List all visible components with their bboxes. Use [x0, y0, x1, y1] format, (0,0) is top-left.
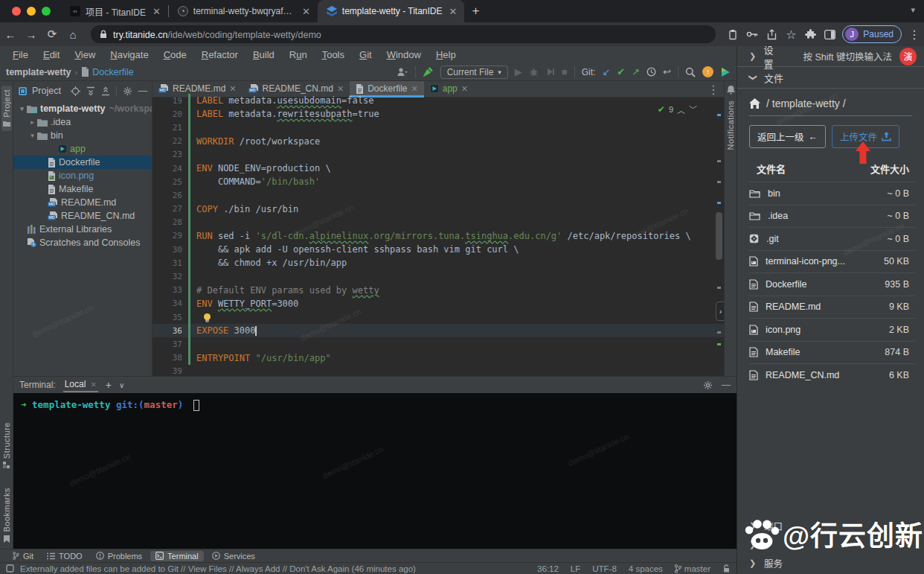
code-line-27[interactable]: 27COPY ./bin /usr/bin: [153, 203, 724, 216]
user-icon[interactable]: [397, 67, 408, 77]
panel-section-hidden-1[interactable]: ❯: [737, 535, 924, 554]
tree-item-readme-cn-md[interactable]: MDREADME_CN.md: [13, 209, 152, 223]
file-row-readme-cn-md[interactable]: README_CN.md6 KB: [749, 363, 915, 386]
file-name[interactable]: .git: [766, 234, 779, 244]
files-section-row[interactable]: ❯ 文件: [737, 67, 924, 88]
close-window-button[interactable]: [12, 7, 21, 16]
panel-expander-chevron[interactable]: ›: [716, 302, 724, 321]
close-tab-icon[interactable]: ✕: [461, 84, 468, 94]
terminal-tab-local[interactable]: Local✕: [63, 377, 98, 392]
collapse-all-icon[interactable]: [101, 86, 110, 96]
intention-bulb-icon[interactable]: [204, 313, 211, 320]
locate-file-icon[interactable]: [71, 86, 80, 96]
menu-edit[interactable]: Edit: [36, 48, 66, 62]
forward-button[interactable]: →: [21, 28, 42, 41]
clipboard-icon[interactable]: [723, 29, 742, 40]
code-line-33[interactable]: 33# Default ENV params used by wetty: [153, 284, 724, 297]
toolwindow-terminal[interactable]: Terminal: [150, 551, 204, 561]
menu-view[interactable]: View: [68, 48, 102, 62]
browser-tab[interactable]: ◔terminal-wetty-bwqryafz - Tita✕: [169, 0, 318, 22]
tree-item-bin[interactable]: ▾bin: [13, 129, 152, 142]
home-button[interactable]: ⌂: [62, 28, 83, 41]
status-message[interactable]: Externally added files can be added to G…: [20, 564, 416, 573]
settings-label[interactable]: 设置: [764, 46, 783, 71]
code-line-31[interactable]: 31 && chmod +x /usr/bin/app: [153, 256, 724, 270]
rollback-icon[interactable]: ↩: [663, 67, 671, 77]
code-line-24[interactable]: 24ENV NODE_ENV=production \: [153, 162, 724, 175]
address-bar[interactable]: try.titanide.cn/ide/web/coding/template-…: [91, 25, 716, 43]
tab-close-icon[interactable]: ✕: [449, 6, 458, 17]
bell-icon[interactable]: [727, 86, 735, 95]
menu-refactor[interactable]: Refactor: [195, 48, 245, 62]
inspections-widget[interactable]: ✔ 9 ︿ ﹀: [658, 103, 697, 115]
files-breadcrumb[interactable]: / template-wetty /: [737, 89, 924, 115]
file-name[interactable]: Dockerfile: [766, 279, 807, 290]
code-line-26[interactable]: 26: [153, 188, 724, 202]
files-chevron-icon[interactable]: ❯: [748, 74, 758, 81]
code-line-37[interactable]: 37: [153, 337, 724, 351]
file-name[interactable]: icon.png: [766, 325, 801, 335]
notifications-stripe[interactable]: Notifications: [724, 81, 737, 376]
tree-chevron-icon[interactable]: ▸: [28, 118, 36, 126]
close-tab-icon[interactable]: ✕: [229, 84, 236, 94]
file-row-icon-png[interactable]: icon.png2 KB: [749, 318, 915, 341]
indent-style[interactable]: 4 spaces: [629, 564, 663, 573]
browser-menu-kebab-icon[interactable]: ⋮: [905, 28, 924, 42]
tree-item-icon-png[interactable]: icon.png: [13, 169, 152, 182]
tree-item-external-libraries[interactable]: External Libraries: [13, 223, 152, 236]
next-problem-icon[interactable]: ﹀: [689, 103, 697, 115]
file-name[interactable]: bin: [768, 188, 780, 199]
tree-item-scratches-and-consoles[interactable]: Scratches and Consoles: [13, 236, 152, 249]
section-chevron-icon[interactable]: ❯: [749, 558, 757, 568]
code-line-35[interactable]: 35: [153, 310, 724, 324]
tab-close-icon[interactable]: ✕: [153, 6, 161, 17]
extensions-puzzle-icon[interactable]: [801, 29, 820, 40]
browser-tab[interactable]: template-wetty - TitanIDE✕: [318, 0, 465, 22]
menu-tools[interactable]: Tools: [315, 48, 351, 62]
home-icon[interactable]: [749, 98, 760, 109]
debug-bug-icon[interactable]: [529, 67, 539, 77]
code-line-21[interactable]: 21: [153, 121, 724, 134]
tree-item-app[interactable]: app: [13, 142, 152, 156]
minimize-terminal-icon[interactable]: —: [722, 380, 731, 390]
run-icon[interactable]: ▶: [515, 67, 522, 77]
file-row-terminal-icon-png---[interactable]: terminal-icon-png...50 KB: [749, 250, 915, 273]
code-editor[interactable]: 19LABEL metadata.usesubdomain=false20LAB…: [153, 94, 724, 376]
history-clock-icon[interactable]: [647, 67, 656, 77]
panel-section-服务[interactable]: ❯服务: [737, 554, 924, 573]
line-separator[interactable]: LF: [571, 564, 580, 573]
breadcrumb-project[interactable]: template-wetty: [6, 67, 71, 77]
tree-item-template-wetty[interactable]: ▾template-wetty~/workspace: [13, 102, 152, 115]
code-line-22[interactable]: 22WORKDIR /root/workspace: [153, 135, 724, 148]
breadcrumb-file[interactable]: Dockerfile: [92, 67, 134, 77]
code-line-28[interactable]: 28: [153, 216, 724, 229]
menu-code[interactable]: Code: [157, 48, 193, 62]
scrollbar-thumb[interactable]: [716, 212, 722, 260]
search-everywhere-icon[interactable]: [685, 67, 696, 77]
hide-panel-icon[interactable]: —: [138, 86, 148, 96]
file-name[interactable]: README.md: [766, 302, 821, 312]
coverage-icon[interactable]: [545, 67, 555, 77]
tab-close-icon[interactable]: ✕: [302, 6, 310, 17]
file-row--git[interactable]: .git~ 0 B: [749, 227, 915, 250]
menu-window[interactable]: Window: [380, 48, 428, 62]
panel-section-端口[interactable]: ❯端口: [737, 517, 924, 535]
tree-item-dockerfile[interactable]: Dockerfile: [13, 156, 152, 169]
file-row-bin[interactable]: bin~ 0 B: [749, 182, 915, 205]
project-panel-title[interactable]: Project: [32, 86, 61, 96]
section-chevron-icon[interactable]: ❯: [749, 521, 757, 531]
unlock-icon[interactable]: [722, 564, 731, 573]
git-push-icon[interactable]: ↗: [632, 67, 640, 77]
tree-item-makefile[interactable]: Makefile: [13, 182, 152, 196]
file-name[interactable]: .idea: [768, 211, 788, 221]
maximize-window-button[interactable]: [42, 7, 51, 16]
side-panel-icon[interactable]: [820, 30, 839, 39]
stripe-structure-tab[interactable]: Structure: [2, 422, 11, 468]
toolwindow-todo[interactable]: TODO: [42, 551, 88, 561]
tree-item--idea[interactable]: ▸.idea: [13, 115, 152, 129]
file-row-dockerfile[interactable]: Dockerfile935 B: [749, 272, 915, 296]
reload-button[interactable]: ⟳: [42, 28, 62, 41]
stripe-project-tab[interactable]: Project: [1, 86, 12, 131]
git-update-icon[interactable]: ↙: [602, 67, 610, 77]
terminal-settings-gear-icon[interactable]: [703, 380, 713, 390]
